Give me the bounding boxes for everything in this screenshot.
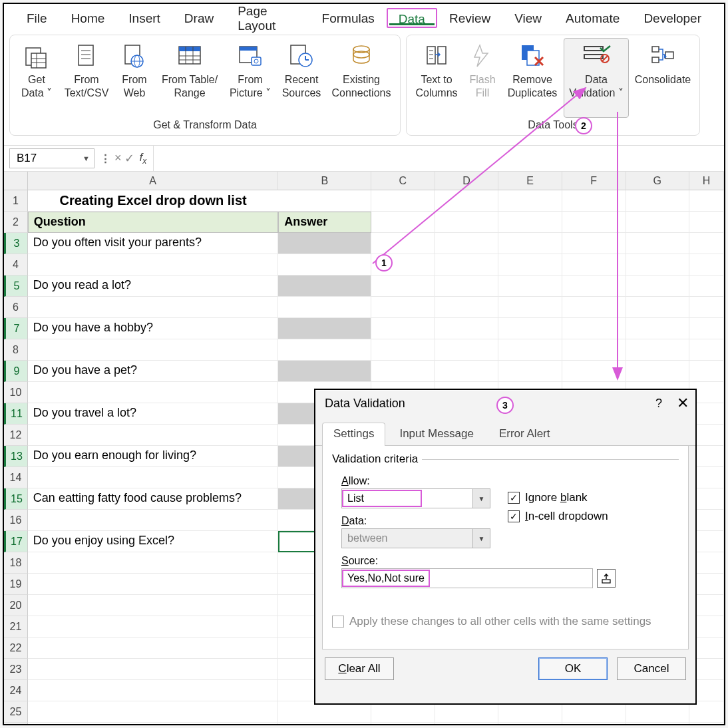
cell[interactable] <box>28 659 278 680</box>
cell[interactable] <box>626 297 690 318</box>
cell[interactable] <box>278 318 371 339</box>
cell[interactable] <box>28 552 278 574</box>
cell[interactable] <box>689 361 724 382</box>
col-header-h[interactable]: H <box>689 172 724 190</box>
get-data-button[interactable]: Get Data ˅ <box>14 38 59 118</box>
cell[interactable] <box>689 254 724 275</box>
row-header[interactable]: 15 <box>4 488 28 510</box>
row-header[interactable]: 9 <box>4 361 28 382</box>
enter-formula-icon[interactable]: ✓ <box>124 151 134 166</box>
cell[interactable]: Answer <box>278 212 371 233</box>
cell[interactable] <box>562 297 626 318</box>
row-header[interactable]: 20 <box>4 595 28 616</box>
row-header[interactable]: 8 <box>4 339 28 361</box>
flash-fill-button[interactable]: Flash Fill <box>464 38 501 118</box>
row-header[interactable]: 4 <box>4 254 28 275</box>
cell[interactable] <box>435 254 499 275</box>
from-picture-button[interactable]: From Picture ˅ <box>224 38 276 118</box>
cell[interactable] <box>562 275 626 297</box>
from-table-button[interactable]: From Table/ Range <box>156 38 223 118</box>
col-header-g[interactable]: G <box>626 172 690 190</box>
cell[interactable] <box>28 680 278 701</box>
source-input[interactable]: Yes,No,Not sure <box>341 568 593 588</box>
cell[interactable] <box>28 701 278 723</box>
from-csv-button[interactable]: From Text/CSV <box>61 38 112 118</box>
row-header[interactable]: 21 <box>4 616 28 637</box>
cell[interactable]: Do you earn enough for living? <box>28 446 278 467</box>
name-box[interactable]: B17 ▼ <box>9 148 94 168</box>
col-header-b[interactable]: B <box>278 172 371 190</box>
cell[interactable] <box>371 723 435 725</box>
cell[interactable] <box>435 339 499 361</box>
cell[interactable] <box>689 318 724 339</box>
row-header[interactable]: 3 <box>4 233 28 254</box>
select-all-corner[interactable] <box>4 172 28 190</box>
remove-duplicates-button[interactable]: Remove Duplicates <box>502 38 562 118</box>
text-to-columns-button[interactable]: Text to Columns <box>411 38 462 118</box>
cell[interactable] <box>278 254 371 275</box>
row-header[interactable]: 14 <box>4 467 28 488</box>
row-header[interactable]: 26 <box>4 723 28 725</box>
cell[interactable]: Creating Excel drop down list <box>28 190 278 212</box>
cell[interactable]: Question <box>28 212 278 233</box>
dialog-close-button[interactable]: ✕ <box>677 395 689 412</box>
cell[interactable] <box>689 275 724 297</box>
row-header[interactable]: 6 <box>4 297 28 318</box>
menu-developer[interactable]: Developer <box>632 7 713 29</box>
row-header[interactable]: 13 <box>4 446 28 467</box>
cell[interactable] <box>435 275 498 297</box>
cell[interactable] <box>371 190 435 212</box>
cell[interactable] <box>689 723 724 725</box>
cell[interactable] <box>278 723 371 725</box>
row-header[interactable]: 2 <box>4 212 28 233</box>
cell[interactable] <box>435 212 499 233</box>
range-picker-button[interactable] <box>597 569 616 588</box>
menu-draw[interactable]: Draw <box>172 7 226 29</box>
cell[interactable] <box>28 382 278 403</box>
row-header[interactable]: 25 <box>4 701 28 723</box>
recent-sources-button[interactable]: Recent Sources <box>277 38 325 118</box>
cell[interactable] <box>28 510 278 531</box>
cell[interactable] <box>371 339 435 361</box>
cell[interactable] <box>562 212 626 233</box>
cell[interactable] <box>626 190 690 212</box>
cell[interactable] <box>435 318 498 339</box>
cell[interactable] <box>689 190 724 212</box>
cell[interactable] <box>498 361 562 382</box>
cell[interactable] <box>498 233 562 254</box>
data-validation-button[interactable]: Data Validation ˅ <box>564 38 629 118</box>
col-header-f[interactable]: F <box>562 172 626 190</box>
menu-data[interactable]: Data <box>387 8 437 28</box>
cell[interactable]: Do you often visit your parents? <box>28 233 278 254</box>
cell[interactable] <box>498 339 562 361</box>
cell[interactable] <box>435 190 498 212</box>
ok-button[interactable]: OK <box>538 657 608 680</box>
row-header[interactable]: 10 <box>4 382 28 403</box>
col-header-e[interactable]: E <box>498 172 562 190</box>
existing-connections-button[interactable]: Existing Connections <box>327 38 396 118</box>
cell[interactable] <box>278 361 371 382</box>
ignore-blank-checkbox[interactable]: ✓Ignore blank <box>508 491 608 504</box>
consolidate-button[interactable]: Consolidate <box>630 38 695 118</box>
row-header[interactable]: 19 <box>4 574 28 595</box>
cell[interactable] <box>371 361 435 382</box>
cell[interactable] <box>278 297 371 318</box>
from-web-button[interactable]: From Web <box>114 38 155 118</box>
cell[interactable] <box>626 254 690 275</box>
cell[interactable] <box>28 723 278 725</box>
cell[interactable] <box>562 233 626 254</box>
cancel-button[interactable]: Cancel <box>617 657 686 680</box>
cell[interactable]: Can eatting fatty food cause problems? <box>28 488 278 510</box>
formula-input[interactable] <box>153 146 724 171</box>
row-header[interactable]: 12 <box>4 425 28 446</box>
cell[interactable] <box>562 318 626 339</box>
cell[interactable]: Do you read a lot? <box>28 275 278 297</box>
tab-settings[interactable]: Settings <box>322 423 385 446</box>
cell[interactable] <box>498 275 562 297</box>
row-header[interactable]: 5 <box>4 275 28 297</box>
cell[interactable] <box>498 297 562 318</box>
cell[interactable] <box>435 233 498 254</box>
menu-view[interactable]: View <box>502 7 554 29</box>
row-header[interactable]: 16 <box>4 510 28 531</box>
cell[interactable] <box>562 254 626 275</box>
